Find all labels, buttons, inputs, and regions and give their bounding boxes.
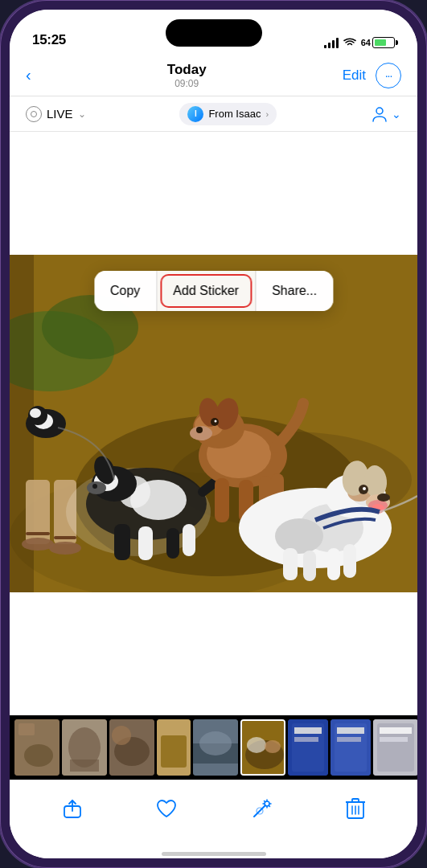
svg-point-36 [215,420,217,423]
phone-frame: 15:25 64 [0,0,427,868]
battery-fill [375,39,386,46]
svg-rect-73 [161,735,187,768]
add-sticker-button[interactable]: Add Sticker [157,271,256,311]
filmstrip-thumb[interactable] [193,719,238,776]
back-button[interactable]: ‹ [26,66,31,84]
battery-level: 64 [361,38,371,47]
svg-point-10 [22,538,54,551]
filmstrip-thumb-selected[interactable] [240,719,285,776]
svg-point-80 [265,740,281,753]
photo-toolbar: LIVE ⌄ I From Isaac › ⌄ [10,96,417,132]
svg-rect-13 [54,536,76,539]
filmstrip-thumb[interactable] [109,719,154,776]
white-space-top [10,132,417,255]
filmstrip-thumb[interactable] [14,719,60,776]
dynamic-island [166,19,262,47]
nav-center: Today 09:09 [167,62,207,89]
svg-line-94 [254,805,265,817]
svg-point-34 [196,427,203,433]
svg-rect-24 [138,526,153,560]
svg-rect-12 [26,532,50,535]
svg-rect-25 [166,528,179,559]
bottom-bar [10,780,417,852]
person-button[interactable]: ⌄ [371,105,401,123]
share-button[interactable]: Share... [256,271,333,311]
nav-title: Today [167,62,207,78]
svg-point-79 [247,737,266,753]
live-label: LIVE [47,107,73,121]
svg-line-100 [264,800,265,801]
share-button[interactable] [62,798,83,819]
home-bar [162,852,266,856]
favorite-button[interactable] [155,798,178,819]
svg-point-52 [377,493,390,502]
filmstrip-thumb[interactable] [157,719,191,776]
svg-rect-55 [283,548,298,580]
home-indicator [10,852,417,858]
filmstrip[interactable] [10,715,417,780]
svg-rect-91 [380,727,412,734]
svg-point-62 [30,408,41,418]
from-avatar: I [187,106,203,122]
person-icon [371,105,388,123]
svg-rect-64 [18,723,35,735]
main-content: Copy Add Sticker Share... [10,132,417,715]
share-icon [62,798,83,819]
photo-image: Copy Add Sticker Share... [10,255,417,592]
magic-wand-button[interactable] [251,797,273,820]
white-space-bottom [10,592,417,715]
svg-rect-58 [343,544,356,578]
nav-actions: Edit ··· [343,63,401,88]
svg-point-43 [275,518,323,554]
context-menu: Copy Add Sticker Share... [94,271,333,311]
status-time: 15:25 [32,32,66,48]
more-icon: ··· [385,69,392,82]
person-chevron-icon: ⌄ [392,108,401,121]
copy-button[interactable]: Copy [94,271,157,311]
live-chevron-icon: ⌄ [78,108,86,120]
svg-point-71 [112,726,131,745]
svg-rect-26 [183,524,195,556]
svg-rect-92 [380,737,408,742]
status-icons: 64 [324,37,395,48]
filmstrip-thumb[interactable] [288,719,328,776]
live-circle-icon [26,106,42,122]
svg-rect-56 [303,551,316,581]
svg-point-65 [24,744,53,767]
from-chevron-icon: › [265,109,269,119]
photo-container: Copy Add Sticker Share... [10,255,417,592]
from-label: From Isaac [208,108,261,120]
battery-indicator: 64 [361,37,395,48]
trash-icon [346,797,365,820]
svg-rect-37 [215,478,229,522]
wifi-icon [343,38,356,47]
svg-point-22 [92,484,97,489]
phone-screen: 15:25 64 [10,10,417,858]
nav-bar: ‹ Today 09:09 Edit ··· [10,55,417,96]
from-badge[interactable]: I From Isaac › [179,103,277,125]
svg-rect-23 [114,524,130,560]
edit-button[interactable]: Edit [343,68,366,84]
svg-rect-68 [70,760,99,772]
svg-rect-88 [337,737,361,742]
delete-button[interactable] [346,797,365,820]
filmstrip-thumb[interactable] [62,719,107,776]
more-button[interactable]: ··· [376,63,401,88]
svg-rect-87 [337,727,364,734]
svg-rect-57 [327,548,340,580]
back-chevron-icon: ‹ [26,66,31,84]
svg-line-101 [269,805,269,806]
add-sticker-label: Add Sticker [173,284,239,297]
svg-point-11 [49,542,81,555]
filmstrip-thumb[interactable] [373,719,417,776]
magic-wand-icon [251,797,273,820]
svg-point-0 [376,108,383,114]
svg-point-54 [363,487,366,490]
nav-subtitle: 09:09 [174,78,199,89]
filmstrip-thumb[interactable] [331,719,371,776]
svg-point-76 [199,731,232,755]
signal-icon [324,37,339,48]
svg-rect-83 [294,727,322,734]
svg-rect-84 [294,737,318,742]
live-button[interactable]: LIVE ⌄ [26,106,86,122]
